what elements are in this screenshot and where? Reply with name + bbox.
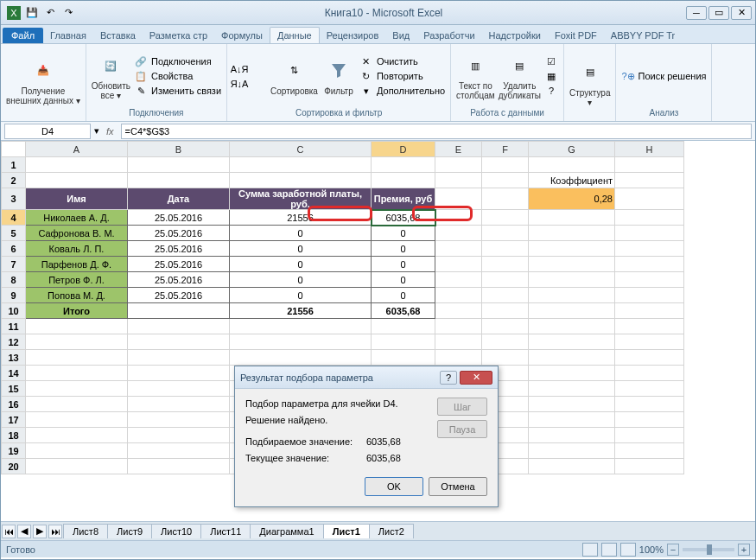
cell-B4[interactable]: 25.05.2016	[128, 210, 230, 226]
cell-F8[interactable]	[482, 272, 529, 288]
cell-G12[interactable]	[529, 334, 615, 350]
cell-E8[interactable]	[435, 272, 482, 288]
remove-duplicates-button[interactable]: ▤Удалить дубликаты	[499, 52, 541, 100]
tab-Рецензиров[interactable]: Рецензиров	[320, 28, 386, 43]
cell-E2[interactable]	[435, 173, 482, 188]
pause-button[interactable]: Пауза	[437, 420, 487, 438]
cell-A14[interactable]	[26, 366, 128, 381]
cell-D12[interactable]	[372, 334, 435, 350]
cell-F4[interactable]	[482, 210, 529, 226]
cell-B6[interactable]: 25.05.2016	[128, 241, 230, 257]
row-1[interactable]: 1	[2, 157, 26, 173]
cell-F1[interactable]	[482, 157, 529, 173]
cell-H12[interactable]	[615, 334, 684, 350]
cell-A2[interactable]	[26, 173, 128, 188]
col-H[interactable]: H	[615, 142, 684, 157]
datavalidation-icon[interactable]: ☑	[544, 54, 558, 68]
cell-H16[interactable]	[615, 397, 684, 412]
row-10[interactable]: 10	[2, 303, 26, 319]
cell-A1[interactable]	[26, 157, 128, 173]
consolidate-icon[interactable]: ▦	[544, 69, 558, 83]
cell-H11[interactable]	[615, 319, 684, 334]
cell-C9[interactable]: 0	[230, 288, 372, 303]
cell-F9[interactable]	[482, 288, 529, 303]
cell-E6[interactable]	[435, 241, 482, 257]
cell-F5[interactable]	[482, 226, 529, 241]
col-B[interactable]: B	[128, 142, 230, 157]
cell-H2[interactable]	[615, 173, 684, 188]
next-sheet-icon[interactable]: ▶	[33, 525, 47, 538]
step-button[interactable]: Шаг	[437, 398, 487, 416]
cell-A6[interactable]: Коваль Л. П.	[26, 241, 128, 257]
cell-G20[interactable]	[529, 459, 615, 474]
sort-button[interactable]: ⇅Сортировка	[270, 57, 318, 96]
row-4[interactable]: 4	[2, 210, 26, 226]
fx-icon[interactable]: fx	[99, 126, 121, 137]
cell-D11[interactable]	[372, 319, 435, 334]
cell-A7[interactable]: Парфенов Д. Ф.	[26, 257, 128, 272]
row-7[interactable]: 7	[2, 257, 26, 272]
cell-A3[interactable]: Имя	[26, 188, 128, 210]
sheet-tab-Лист1[interactable]: Лист1	[323, 524, 370, 538]
cell-A5[interactable]: Сафронова В. М.	[26, 226, 128, 241]
normal-view-icon[interactable]	[582, 543, 598, 557]
tab-Данные[interactable]: Данные	[270, 27, 320, 43]
cell-B9[interactable]: 25.05.2016	[128, 288, 230, 303]
tab-Вставка[interactable]: Вставка	[93, 28, 143, 43]
cell-E12[interactable]	[435, 334, 482, 350]
cell-H4[interactable]	[615, 210, 684, 226]
help-icon[interactable]: ?	[440, 371, 457, 385]
cell-A4[interactable]: Николаев А. Д.	[26, 210, 128, 226]
cell-D4[interactable]: 6035,68	[372, 210, 435, 226]
name-box[interactable]: D4	[4, 124, 91, 139]
cell-B20[interactable]	[128, 459, 230, 474]
cell-B2[interactable]	[128, 173, 230, 188]
zoom-in-icon[interactable]: +	[738, 544, 750, 556]
col-D[interactable]: D	[372, 142, 435, 157]
cell-B13[interactable]	[128, 350, 230, 366]
row-19[interactable]: 19	[2, 443, 26, 459]
save-icon[interactable]: 💾	[24, 5, 40, 21]
outline-button[interactable]: ▤Структура ▾	[569, 59, 610, 107]
cell-F10[interactable]	[482, 303, 529, 319]
redo-icon[interactable]: ↷	[60, 5, 76, 21]
cell-B3[interactable]: Дата	[128, 188, 230, 210]
row-8[interactable]: 8	[2, 272, 26, 288]
dialog-close-icon[interactable]: ✕	[460, 371, 492, 385]
cell-D1[interactable]	[372, 157, 435, 173]
cell-C2[interactable]	[230, 173, 372, 188]
tab-Формулы[interactable]: Формулы	[214, 28, 270, 43]
cell-B15[interactable]	[128, 381, 230, 397]
cell-B12[interactable]	[128, 334, 230, 350]
cell-C5[interactable]: 0	[230, 226, 372, 241]
cell-H17[interactable]	[615, 412, 684, 428]
cell-E3[interactable]	[435, 188, 482, 210]
cell-C11[interactable]	[230, 319, 372, 334]
tab-file[interactable]: Файл	[3, 28, 43, 43]
cell-G17[interactable]	[529, 412, 615, 428]
cell-C6[interactable]: 0	[230, 241, 372, 257]
cell-E7[interactable]	[435, 257, 482, 272]
cell-D8[interactable]: 0	[372, 272, 435, 288]
solver-button[interactable]: ?⊕Поиск решения	[621, 71, 706, 82]
cell-B10[interactable]	[128, 303, 230, 319]
cell-A10[interactable]: Итого	[26, 303, 128, 319]
cell-A19[interactable]	[26, 443, 128, 459]
cell-F13[interactable]	[482, 350, 529, 366]
cancel-button[interactable]: Отмена	[429, 477, 487, 496]
restore-icon[interactable]: ▭	[708, 6, 729, 20]
cell-C3[interactable]: Сумма заработной платы, руб.	[230, 188, 372, 210]
row-3[interactable]: 3	[2, 188, 26, 210]
close-icon[interactable]: ✕	[731, 6, 752, 20]
row-20[interactable]: 20	[2, 459, 26, 474]
cell-E4[interactable]	[435, 210, 482, 226]
cell-G2[interactable]: Коэффициент	[529, 173, 615, 188]
text-to-columns-button[interactable]: ▥Текст по столбцам	[456, 52, 495, 100]
col-C[interactable]: C	[230, 142, 372, 157]
cell-E10[interactable]	[435, 303, 482, 319]
cell-G19[interactable]	[529, 443, 615, 459]
cell-G18[interactable]	[529, 428, 615, 443]
tab-Вид[interactable]: Вид	[385, 28, 416, 43]
clear-filter-button[interactable]: ✕Очистить	[359, 54, 445, 68]
cell-A17[interactable]	[26, 412, 128, 428]
